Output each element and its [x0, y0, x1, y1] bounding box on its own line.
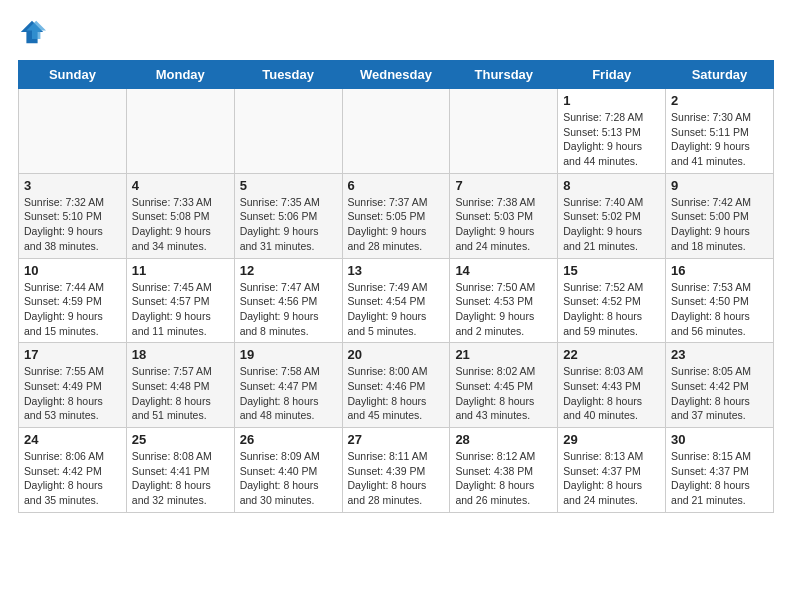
day-info: Sunrise: 7:45 AMSunset: 4:57 PMDaylight:… [132, 280, 229, 339]
day-info: Sunrise: 8:08 AMSunset: 4:41 PMDaylight:… [132, 449, 229, 508]
calendar-header-friday: Friday [558, 61, 666, 89]
day-number: 16 [671, 263, 768, 278]
day-info: Sunrise: 8:15 AMSunset: 4:37 PMDaylight:… [671, 449, 768, 508]
day-info: Sunrise: 8:00 AMSunset: 4:46 PMDaylight:… [348, 364, 445, 423]
calendar-week-5: 24Sunrise: 8:06 AMSunset: 4:42 PMDayligh… [19, 428, 774, 513]
day-number: 17 [24, 347, 121, 362]
day-info: Sunrise: 8:11 AMSunset: 4:39 PMDaylight:… [348, 449, 445, 508]
logo-icon [18, 18, 46, 46]
day-info: Sunrise: 7:42 AMSunset: 5:00 PMDaylight:… [671, 195, 768, 254]
calendar-week-1: 1Sunrise: 7:28 AMSunset: 5:13 PMDaylight… [19, 89, 774, 174]
day-number: 23 [671, 347, 768, 362]
calendar-header-sunday: Sunday [19, 61, 127, 89]
day-number: 27 [348, 432, 445, 447]
day-info: Sunrise: 8:05 AMSunset: 4:42 PMDaylight:… [671, 364, 768, 423]
day-number: 9 [671, 178, 768, 193]
day-info: Sunrise: 7:40 AMSunset: 5:02 PMDaylight:… [563, 195, 660, 254]
day-info: Sunrise: 8:09 AMSunset: 4:40 PMDaylight:… [240, 449, 337, 508]
calendar-cell: 22Sunrise: 8:03 AMSunset: 4:43 PMDayligh… [558, 343, 666, 428]
calendar-cell: 17Sunrise: 7:55 AMSunset: 4:49 PMDayligh… [19, 343, 127, 428]
day-info: Sunrise: 7:52 AMSunset: 4:52 PMDaylight:… [563, 280, 660, 339]
calendar-cell: 7Sunrise: 7:38 AMSunset: 5:03 PMDaylight… [450, 173, 558, 258]
day-info: Sunrise: 7:33 AMSunset: 5:08 PMDaylight:… [132, 195, 229, 254]
page: SundayMondayTuesdayWednesdayThursdayFrid… [0, 0, 792, 523]
calendar-cell: 13Sunrise: 7:49 AMSunset: 4:54 PMDayligh… [342, 258, 450, 343]
calendar-cell: 14Sunrise: 7:50 AMSunset: 4:53 PMDayligh… [450, 258, 558, 343]
day-info: Sunrise: 8:13 AMSunset: 4:37 PMDaylight:… [563, 449, 660, 508]
day-info: Sunrise: 7:35 AMSunset: 5:06 PMDaylight:… [240, 195, 337, 254]
day-info: Sunrise: 7:30 AMSunset: 5:11 PMDaylight:… [671, 110, 768, 169]
day-info: Sunrise: 7:57 AMSunset: 4:48 PMDaylight:… [132, 364, 229, 423]
day-number: 19 [240, 347, 337, 362]
day-number: 24 [24, 432, 121, 447]
day-info: Sunrise: 7:58 AMSunset: 4:47 PMDaylight:… [240, 364, 337, 423]
calendar-cell: 15Sunrise: 7:52 AMSunset: 4:52 PMDayligh… [558, 258, 666, 343]
day-info: Sunrise: 7:37 AMSunset: 5:05 PMDaylight:… [348, 195, 445, 254]
day-info: Sunrise: 7:49 AMSunset: 4:54 PMDaylight:… [348, 280, 445, 339]
day-info: Sunrise: 8:02 AMSunset: 4:45 PMDaylight:… [455, 364, 552, 423]
day-info: Sunrise: 7:55 AMSunset: 4:49 PMDaylight:… [24, 364, 121, 423]
day-number: 18 [132, 347, 229, 362]
day-number: 30 [671, 432, 768, 447]
calendar-cell [126, 89, 234, 174]
day-number: 10 [24, 263, 121, 278]
calendar-cell: 3Sunrise: 7:32 AMSunset: 5:10 PMDaylight… [19, 173, 127, 258]
calendar-cell: 23Sunrise: 8:05 AMSunset: 4:42 PMDayligh… [666, 343, 774, 428]
calendar-header-monday: Monday [126, 61, 234, 89]
calendar-cell: 1Sunrise: 7:28 AMSunset: 5:13 PMDaylight… [558, 89, 666, 174]
calendar-cell: 4Sunrise: 7:33 AMSunset: 5:08 PMDaylight… [126, 173, 234, 258]
day-number: 6 [348, 178, 445, 193]
calendar-cell: 6Sunrise: 7:37 AMSunset: 5:05 PMDaylight… [342, 173, 450, 258]
calendar-cell: 5Sunrise: 7:35 AMSunset: 5:06 PMDaylight… [234, 173, 342, 258]
day-number: 14 [455, 263, 552, 278]
calendar-cell: 10Sunrise: 7:44 AMSunset: 4:59 PMDayligh… [19, 258, 127, 343]
day-number: 11 [132, 263, 229, 278]
calendar-cell: 29Sunrise: 8:13 AMSunset: 4:37 PMDayligh… [558, 428, 666, 513]
day-number: 25 [132, 432, 229, 447]
day-info: Sunrise: 8:03 AMSunset: 4:43 PMDaylight:… [563, 364, 660, 423]
calendar-cell: 30Sunrise: 8:15 AMSunset: 4:37 PMDayligh… [666, 428, 774, 513]
day-number: 13 [348, 263, 445, 278]
day-info: Sunrise: 7:47 AMSunset: 4:56 PMDaylight:… [240, 280, 337, 339]
calendar-cell [342, 89, 450, 174]
calendar-week-3: 10Sunrise: 7:44 AMSunset: 4:59 PMDayligh… [19, 258, 774, 343]
header [18, 18, 774, 46]
day-number: 26 [240, 432, 337, 447]
day-number: 5 [240, 178, 337, 193]
day-number: 21 [455, 347, 552, 362]
calendar-header-wednesday: Wednesday [342, 61, 450, 89]
day-number: 4 [132, 178, 229, 193]
calendar-cell: 21Sunrise: 8:02 AMSunset: 4:45 PMDayligh… [450, 343, 558, 428]
day-number: 8 [563, 178, 660, 193]
calendar-header-row: SundayMondayTuesdayWednesdayThursdayFrid… [19, 61, 774, 89]
day-number: 15 [563, 263, 660, 278]
calendar-cell: 2Sunrise: 7:30 AMSunset: 5:11 PMDaylight… [666, 89, 774, 174]
calendar-cell: 8Sunrise: 7:40 AMSunset: 5:02 PMDaylight… [558, 173, 666, 258]
calendar-cell: 12Sunrise: 7:47 AMSunset: 4:56 PMDayligh… [234, 258, 342, 343]
calendar-header-saturday: Saturday [666, 61, 774, 89]
day-number: 2 [671, 93, 768, 108]
day-info: Sunrise: 8:12 AMSunset: 4:38 PMDaylight:… [455, 449, 552, 508]
day-number: 7 [455, 178, 552, 193]
calendar-cell: 26Sunrise: 8:09 AMSunset: 4:40 PMDayligh… [234, 428, 342, 513]
calendar-week-4: 17Sunrise: 7:55 AMSunset: 4:49 PMDayligh… [19, 343, 774, 428]
calendar-cell: 24Sunrise: 8:06 AMSunset: 4:42 PMDayligh… [19, 428, 127, 513]
calendar-cell [450, 89, 558, 174]
calendar-cell: 11Sunrise: 7:45 AMSunset: 4:57 PMDayligh… [126, 258, 234, 343]
day-number: 29 [563, 432, 660, 447]
day-number: 3 [24, 178, 121, 193]
day-number: 12 [240, 263, 337, 278]
calendar-cell: 19Sunrise: 7:58 AMSunset: 4:47 PMDayligh… [234, 343, 342, 428]
day-info: Sunrise: 7:50 AMSunset: 4:53 PMDaylight:… [455, 280, 552, 339]
calendar-cell: 28Sunrise: 8:12 AMSunset: 4:38 PMDayligh… [450, 428, 558, 513]
day-info: Sunrise: 8:06 AMSunset: 4:42 PMDaylight:… [24, 449, 121, 508]
day-number: 1 [563, 93, 660, 108]
calendar-cell: 20Sunrise: 8:00 AMSunset: 4:46 PMDayligh… [342, 343, 450, 428]
calendar-header-tuesday: Tuesday [234, 61, 342, 89]
calendar-cell [19, 89, 127, 174]
calendar-cell: 27Sunrise: 8:11 AMSunset: 4:39 PMDayligh… [342, 428, 450, 513]
calendar-cell: 18Sunrise: 7:57 AMSunset: 4:48 PMDayligh… [126, 343, 234, 428]
day-info: Sunrise: 7:44 AMSunset: 4:59 PMDaylight:… [24, 280, 121, 339]
day-info: Sunrise: 7:38 AMSunset: 5:03 PMDaylight:… [455, 195, 552, 254]
logo [18, 18, 48, 46]
